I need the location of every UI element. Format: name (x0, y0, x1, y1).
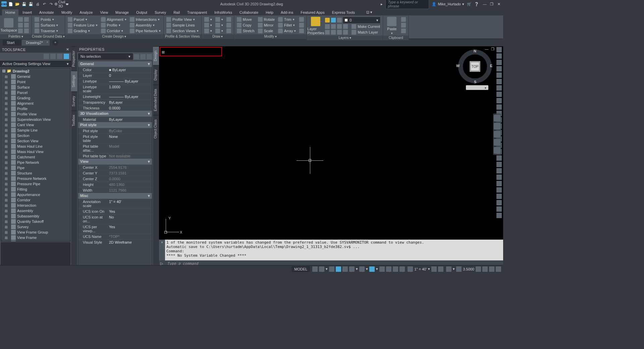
scale-button[interactable]: Scale (257, 28, 276, 34)
expand-icon[interactable]: ⊞ (4, 177, 8, 181)
doc-tab-start[interactable]: Start (3, 40, 21, 46)
expand-icon[interactable]: ⊞ (4, 117, 8, 122)
tab-toolbox[interactable]: Toolbox (71, 110, 77, 130)
pipenetwork-dropdown[interactable]: Pipe Network ▾ (128, 28, 162, 34)
viewcube[interactable]: TOP N S E W (458, 50, 492, 83)
dynamic-input-icon[interactable] (336, 266, 341, 272)
rt-18[interactable] (496, 155, 502, 161)
ribbon-tab-modify[interactable]: Modify (58, 9, 75, 15)
ribbon-tab-annotate[interactable]: Annotate (36, 9, 57, 15)
expand-icon[interactable]: ⊞ (4, 209, 8, 213)
tree-item[interactable]: ⊞Mass Haul View (1, 149, 70, 154)
navigation-bar[interactable] (493, 113, 501, 155)
ribbon-tab-home[interactable]: Home (2, 9, 18, 15)
tree-item[interactable]: ⊞Fitting (1, 187, 70, 192)
expand-icon[interactable]: ⊞ (4, 150, 8, 154)
ribbon-tab-rail[interactable]: Rail (170, 9, 183, 15)
cleanscreen-icon[interactable] (489, 266, 494, 272)
expand-icon[interactable]: ⊞ (4, 91, 8, 95)
tree-item[interactable]: ⊞Survey (1, 224, 70, 230)
modify-misc-1[interactable] (298, 17, 305, 22)
tree-item[interactable]: ⊞Cant View (1, 122, 70, 128)
ribbon-focus-icon[interactable]: ⊡ ▾ (363, 9, 376, 15)
tree-item[interactable]: ⊞Pipe Network (1, 160, 70, 165)
property-row[interactable]: UCS icon OnYes (78, 208, 152, 214)
copy-clip-button[interactable] (400, 22, 407, 28)
orbit-icon[interactable] (494, 139, 500, 146)
rt-23[interactable] (496, 187, 502, 193)
expand-icon[interactable]: ⊞ (4, 112, 8, 116)
panel-label-ground[interactable]: Create Ground Data ▾ (32, 34, 65, 39)
3dosnap-icon[interactable] (379, 266, 385, 272)
rt-2[interactable] (496, 53, 502, 59)
isolate-icon[interactable] (482, 266, 488, 272)
tree-item[interactable]: ⊞Subassembly (1, 213, 70, 219)
tree-item[interactable]: ⊞Catchment (1, 154, 70, 160)
user-account[interactable]: 👤 Mike_Hurtado ▾ (432, 2, 464, 6)
expand-icon[interactable]: ⊞ (4, 182, 8, 186)
rt-3[interactable] (496, 60, 502, 65)
customize-icon[interactable] (496, 266, 501, 272)
line-button[interactable]: ▾ (203, 17, 213, 22)
showmotion-icon[interactable] (494, 147, 500, 154)
tree-item[interactable]: ⊞Assembly (1, 208, 70, 213)
expand-icon[interactable]: ⊞ (4, 171, 8, 176)
ribbon-tab-featured-apps[interactable]: Featured Apps (297, 9, 328, 15)
rt-10[interactable] (496, 104, 502, 110)
nurbs-button[interactable]: ▾ (203, 28, 213, 34)
annoscale-icon[interactable] (408, 266, 413, 272)
match-layer-button[interactable]: Match Layer (324, 30, 381, 35)
quickselect-icon[interactable] (134, 54, 139, 59)
settings-tree[interactable]: ⊟📁 Drawing2 ⊞General⊞Point⊞Surface⊞Parce… (1, 68, 70, 242)
transparency-icon[interactable] (399, 266, 405, 272)
rotate-button[interactable]: Rotate (257, 17, 276, 22)
property-group-header[interactable]: General▾ (78, 61, 152, 67)
workspace-switch-icon[interactable] (446, 266, 451, 272)
arc-button[interactable]: ▾ (214, 17, 224, 22)
annotation-monitor-icon[interactable] (456, 266, 462, 272)
save-icon[interactable]: 💾 (21, 1, 27, 7)
corridor-dropdown[interactable]: Corridor ▾ (100, 28, 128, 34)
modify-misc-3[interactable] (298, 28, 305, 34)
new-tab-button[interactable]: + (52, 40, 58, 46)
ts-btn-1[interactable] (44, 54, 49, 59)
rt-5[interactable] (496, 72, 502, 78)
search-input[interactable]: Type a keyword or phrase (385, 0, 429, 9)
viewcube-south[interactable]: S (474, 80, 476, 84)
panel-label-palettes[interactable]: Palettes ▾ (0, 34, 32, 39)
otrack-icon[interactable] (386, 266, 391, 272)
copy-button[interactable]: Copy (235, 22, 256, 28)
viewcube-north[interactable]: N (474, 49, 476, 53)
toolspace-close-icon[interactable]: ✕ (66, 47, 69, 52)
autodesk-app-icon[interactable]: 🛒 (467, 2, 472, 6)
open-icon[interactable]: 📂 (15, 1, 20, 7)
expand-icon[interactable]: ⊞ (4, 107, 8, 111)
expand-icon[interactable]: ⊞ (4, 128, 8, 133)
panel-label-draw[interactable]: Draw ▾ (202, 34, 234, 39)
matchprop-button[interactable] (400, 28, 407, 34)
property-row[interactable]: MaterialByLayer (78, 116, 152, 122)
hardware-accel-icon[interactable] (476, 266, 481, 272)
rt-26[interactable] (496, 206, 502, 212)
property-group-header[interactable]: Misc▾ (78, 193, 152, 199)
tab-extended-data[interactable]: Extended Data (153, 85, 159, 115)
close-icon[interactable]: ✕ (496, 2, 502, 6)
tree-item[interactable]: ⊞Profile (1, 106, 70, 111)
rt-24[interactable] (496, 194, 502, 199)
fillet-button[interactable]: Fillet ▾ (277, 22, 297, 28)
palette-btn-1[interactable] (17, 17, 30, 22)
properties-grid[interactable]: General▾Color■ ByLayerLayer0Linetype————… (78, 61, 152, 266)
lineweight-icon[interactable] (393, 266, 398, 272)
property-row[interactable]: Linetype———— ByLayer (78, 78, 152, 84)
workspace-dropdown[interactable]: ⚙Civil 3D ▾ (58, 1, 64, 7)
property-row[interactable]: Center X2554.9178 (78, 164, 152, 170)
assembly-dropdown[interactable]: Assembly ▾ (128, 22, 162, 28)
make-current-button[interactable]: Make Current (324, 24, 381, 29)
scale-readout[interactable]: 1" = 40' (414, 267, 427, 271)
tab-display[interactable]: Display (153, 65, 159, 85)
parcel-dropdown[interactable]: Parcel ▾ (66, 17, 99, 22)
ribbon-tab-output[interactable]: Output (133, 9, 151, 15)
rt-25[interactable] (496, 200, 502, 205)
saveas-icon[interactable]: 💾 (28, 1, 34, 7)
help-icon[interactable]: ❔ (474, 2, 479, 6)
